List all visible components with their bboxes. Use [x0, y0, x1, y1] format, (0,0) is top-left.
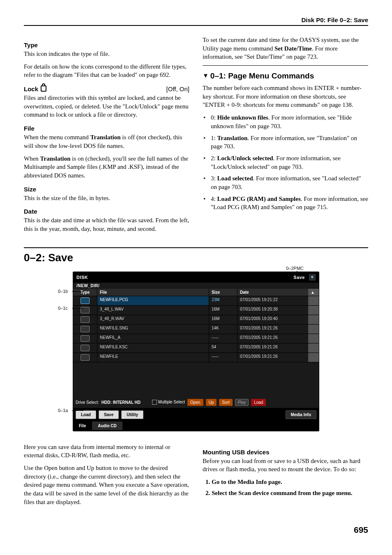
table-row[interactable]: NEWFILE-----07/01/2005 19:21:26 — [73, 352, 319, 362]
file-type-icon — [73, 315, 97, 324]
callout-a-lead — [72, 410, 83, 411]
col-type[interactable]: Type — [73, 289, 97, 296]
scrollbar-track[interactable] — [308, 315, 319, 324]
table-row[interactable]: NEWFILE.KSC5407/01/2005 19:21:26 — [73, 343, 319, 352]
bottom-section: Here you can save data from internal mem… — [24, 443, 368, 511]
table-row[interactable]: NEWFIL_A-----07/01/2005 19:21:26 — [73, 334, 319, 343]
subtab-audio-cd[interactable]: Audio CD — [92, 421, 123, 430]
tab-load[interactable]: Load — [76, 410, 96, 419]
scrollbar-track[interactable] — [308, 334, 319, 343]
cmd-item: 3: Load selected. For more information, … — [211, 174, 368, 191]
type-body-1: This icon indicates the type of file. — [24, 50, 189, 58]
scroll-up-icon[interactable]: ▲ — [308, 289, 319, 296]
save-heading: 0–2: Save — [24, 251, 368, 264]
file-size: 54 — [209, 343, 238, 352]
file-body-2a: When — [24, 155, 40, 162]
rule-pmc — [203, 65, 368, 66]
cmd-item: 2: Lock/Unlock selected. For more inform… — [211, 154, 368, 171]
table-row[interactable]: NEWFILE.PCG23M07/01/2005 19:21:22 — [73, 296, 319, 305]
lock-icon — [41, 85, 46, 92]
date-body: This is the date and time at which the f… — [24, 216, 189, 233]
date-heading: Date — [24, 208, 189, 215]
table-row[interactable]: 3_48_L.WAV16M07/01/2005 19:20:38 — [73, 305, 319, 315]
callout-a: 0–1a — [58, 408, 68, 413]
file-size: 16M — [209, 315, 238, 324]
tab-utility[interactable]: Utility — [121, 410, 143, 419]
upper-columns: Type This icon indicates the type of fil… — [24, 36, 368, 237]
file-size: ----- — [209, 334, 238, 343]
file-body-1: When the menu command Translation is off… — [24, 133, 189, 150]
subtab-file[interactable]: File — [73, 421, 92, 430]
file-type-icon — [73, 296, 97, 305]
callout-pmc: 0–2PMC — [286, 266, 304, 271]
callout-c: 0–1c — [58, 306, 68, 311]
type-heading: Type — [24, 41, 189, 48]
file-date: 07/01/2005 19:21:26 — [238, 353, 308, 362]
file-type-icon — [73, 306, 97, 315]
file-size: 14K — [209, 325, 238, 334]
file-size: ----- — [209, 353, 238, 362]
file-name: NEWFILE.KSC — [97, 343, 209, 352]
disk-save-screenshot: DISK Save ▾ /NEW_DIR/ Type File Size Dat… — [73, 272, 319, 431]
tab-media-info[interactable]: Media Info — [286, 410, 316, 419]
file-table: Type File Size Date ▲ NEWFILE.PCG23M07/0… — [73, 289, 319, 397]
table-row[interactable]: 3_48_R.WAV16M07/01/2005 19:20:40 — [73, 315, 319, 324]
file-date: 07/01/2005 19:21:26 — [238, 325, 308, 334]
file-type-icon — [73, 325, 97, 334]
disclosure-triangle-icon: ▼ — [203, 72, 209, 79]
file-body-2: When Translation is on (checked), you'll… — [24, 154, 189, 180]
left-column: Type This icon indicates the type of fil… — [24, 36, 189, 237]
lock-heading-text: Lock — [24, 85, 38, 92]
screenshot-wrap: 0–2PMC 0–1b 0–1c 0–1a DISK Save ▾ /NEW_D… — [73, 272, 319, 431]
mounting-steps: Go to the Media Info page. Select the Sc… — [203, 478, 368, 497]
sort-button[interactable]: Sort — [219, 399, 232, 406]
page-menu-commands-text: 0–1: Page Menu Commands — [210, 71, 314, 80]
scrollbar-track[interactable] — [308, 343, 319, 352]
rule-top — [24, 25, 368, 26]
scrollbar-track[interactable] — [308, 325, 319, 334]
table-row[interactable]: NEWFILE.SNG14K07/01/2005 19:21:26 — [73, 324, 319, 334]
file-heading: File — [24, 125, 189, 132]
window-title-left: DISK — [76, 275, 88, 280]
up-button[interactable]: Up — [206, 399, 217, 406]
size-body: This is the size of the file, in bytes. — [24, 194, 189, 203]
mounting-body: Before you can load from or save to a US… — [203, 457, 368, 474]
file-size: 23M — [209, 296, 238, 305]
tab-save[interactable]: Save — [99, 410, 119, 419]
step-1: Go to the Media Info page. — [212, 478, 368, 486]
page-menu-button[interactable]: ▾ — [309, 274, 316, 281]
scrollbar-track[interactable] — [308, 296, 319, 305]
window-title-right: Save — [293, 275, 305, 280]
bottom-left-p1: Here you can save data from internal mem… — [24, 443, 189, 460]
lock-heading: Lock [Off, On] — [24, 85, 189, 92]
file-type-icon — [73, 343, 97, 352]
open-button[interactable]: Open — [187, 399, 203, 406]
scrollbar-track[interactable] — [308, 306, 319, 315]
file-date: 07/01/2005 19:21:22 — [238, 296, 308, 305]
file-size: 16M — [209, 306, 238, 315]
col-file[interactable]: File — [97, 289, 209, 296]
drive-select-value[interactable]: HDD: INTERNAL HD — [101, 400, 141, 405]
setdate-b: Set Date/Time — [274, 45, 312, 52]
cmd-item: 4: Load PCG (RAM) and Samples. For more … — [211, 195, 368, 212]
file-name: 3_48_L.WAV — [97, 306, 209, 315]
col-size[interactable]: Size — [209, 289, 238, 296]
file-body-1a: When the menu command — [24, 134, 90, 140]
bottom-left-p2: Use the Open button and Up button to mov… — [24, 464, 189, 506]
file-type-icon — [73, 353, 97, 362]
file-name: NEWFILE — [97, 353, 209, 362]
window-titlebar: DISK Save ▾ — [73, 272, 319, 283]
table-empty-area — [73, 362, 319, 397]
scrollbar-track[interactable] — [308, 353, 319, 362]
multiple-select-checkbox[interactable]: Multiple Select — [152, 400, 185, 405]
callout-b: 0–1b — [58, 289, 68, 294]
play-button[interactable]: Play — [235, 399, 249, 406]
col-date[interactable]: Date — [238, 289, 308, 296]
bottom-right-column: Mounting USB devices Before you can load… — [203, 443, 368, 500]
load-button[interactable]: Load — [251, 399, 266, 406]
drive-select-label: Drive Select: — [76, 400, 99, 405]
rule-save-top — [24, 247, 368, 248]
file-date: 07/01/2005 19:20:40 — [238, 315, 308, 324]
page-number: 695 — [24, 525, 368, 550]
file-date: 07/01/2005 19:21:26 — [238, 334, 308, 343]
